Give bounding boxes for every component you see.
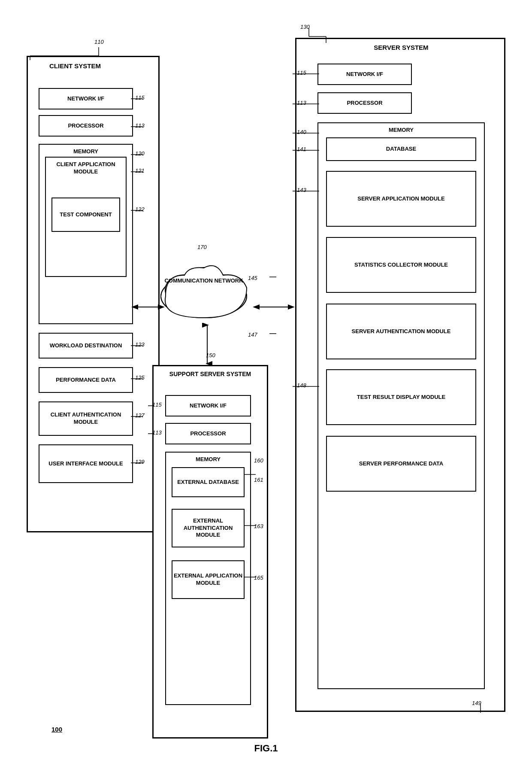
test-result-label: TEST RESULT DISPLAY MODULE: [357, 394, 445, 401]
comm-network-label: COMMUNICATION NETWORK: [161, 277, 247, 285]
stats-collector-box: STATISTICS COLLECTOR MODULE: [326, 237, 476, 293]
server-processor-label: PROCESSOR: [347, 100, 382, 107]
ref-100-label: 100: [51, 726, 62, 733]
arrow-network-support: [201, 323, 214, 366]
ref-110-line: [26, 39, 112, 60]
server-database-label: DATABASE: [386, 146, 416, 153]
ref-line-143: [293, 190, 320, 192]
server-network-if-label: NETWORK I/F: [346, 71, 383, 78]
workload-dest-box: WORKLOAD DESTINATION: [39, 333, 133, 359]
stats-collector-label: STATISTICS COLLECTOR MODULE: [354, 261, 448, 269]
ref-line-120: [131, 154, 144, 155]
ref-line-121: [131, 171, 144, 173]
client-app-module-label: CLIENT APPLICATION MODULE: [46, 161, 126, 176]
ref-line-165: [244, 576, 257, 578]
ref-line-122: [131, 210, 144, 211]
client-processor-box: PROCESSOR: [39, 115, 133, 137]
cloud-shape: [154, 249, 253, 322]
arrow-network-server: [252, 301, 295, 313]
server-database-box: DATABASE: [326, 137, 476, 161]
ext-app-box: EXTERNAL APPLICATION MODULE: [172, 560, 245, 599]
ref-line-115-support: [148, 405, 155, 407]
support-server-label: SUPPORT SERVER SYSTEM: [161, 370, 260, 378]
user-interface-label: USER INTERFACE MODULE: [48, 460, 123, 468]
ref-161: 161: [254, 477, 263, 483]
server-auth-box: SERVER AUTHENTICATION MODULE: [326, 304, 476, 359]
server-app-box: SERVER APPLICATION MODULE: [326, 171, 476, 227]
ref-line-127: [131, 416, 144, 417]
ref-line-161: [244, 474, 257, 475]
workload-dest-label: WORKLOAD DESTINATION: [50, 342, 122, 350]
client-processor-label: PROCESSOR: [68, 122, 103, 130]
client-memory-label: MEMORY: [39, 148, 132, 155]
support-memory-label: MEMORY: [166, 456, 250, 463]
ref-line-113-support: [148, 433, 155, 435]
ext-database-label: EXTERNAL DATABASE: [177, 479, 239, 486]
ref-line-129: [131, 462, 144, 464]
ref-147: 147: [248, 331, 257, 338]
ref-line-115-client: [131, 98, 144, 100]
arrow-client-network: [131, 301, 165, 313]
client-network-if-label: NETWORK I/F: [67, 95, 104, 103]
ref-line-113-server: [293, 103, 320, 105]
ref-line-125: [131, 378, 144, 380]
ref-line-140: [293, 132, 320, 134]
fig-label: FIG.1: [240, 743, 292, 754]
server-app-label: SERVER APPLICATION MODULE: [357, 195, 444, 203]
ref-line-145: [269, 276, 277, 278]
server-system-label: SERVER SYSTEM: [352, 44, 450, 51]
performance-data-box: PERFORMANCE DATA: [39, 367, 133, 393]
support-processor-label: PROCESSOR: [190, 430, 226, 438]
ref-line-141: [293, 149, 320, 151]
ext-auth-label: EXTERNAL AUTHENTICATION MODULE: [172, 517, 244, 539]
ref-170: 170: [197, 244, 207, 250]
ref-line-147: [269, 333, 277, 334]
client-auth-label: CLIENT AUTHENTICATION MODULE: [39, 411, 132, 426]
support-network-if-box: NETWORK I/F: [165, 395, 251, 416]
server-perf-label: SERVER PERFORMANCE DATA: [359, 460, 443, 468]
ref-149-line: [472, 700, 506, 721]
ref-line-148: [293, 386, 320, 387]
ref-160: 160: [254, 457, 263, 464]
test-result-box: TEST RESULT DISPLAY MODULE: [326, 369, 476, 425]
ref-line-123: [131, 345, 144, 347]
server-network-if-box: NETWORK I/F: [317, 64, 412, 85]
ref-line-113-client: [131, 126, 144, 128]
performance-data-label: PERFORMANCE DATA: [56, 377, 116, 384]
ref-150: 150: [206, 352, 215, 359]
ref-145: 145: [248, 275, 257, 281]
ext-app-label: EXTERNAL APPLICATION MODULE: [172, 572, 244, 587]
user-interface-box: USER INTERFACE MODULE: [39, 444, 133, 483]
support-network-if-label: NETWORK I/F: [190, 402, 227, 410]
ref-line-163: [244, 525, 257, 526]
ext-auth-box: EXTERNAL AUTHENTICATION MODULE: [172, 509, 245, 547]
ref-line-115-server: [293, 73, 320, 75]
ref-130-line: [300, 24, 335, 43]
support-processor-box: PROCESSOR: [165, 423, 251, 444]
client-auth-box: CLIENT AUTHENTICATION MODULE: [39, 401, 133, 436]
ext-database-box: EXTERNAL DATABASE: [172, 467, 245, 497]
server-auth-label: SERVER AUTHENTICATION MODULE: [352, 328, 451, 335]
server-perf-box: SERVER PERFORMANCE DATA: [326, 436, 476, 492]
client-system-label: CLIENT SYSTEM: [49, 62, 101, 70]
test-component-label: TEST COMPONENT: [60, 211, 112, 219]
server-memory-label: MEMORY: [318, 127, 484, 134]
test-component-box: TEST COMPONENT: [51, 198, 120, 232]
server-processor-box: PROCESSOR: [317, 92, 412, 114]
diagram: CLIENT SYSTEM 110 NETWORK I/F PROCESSOR …: [0, 0, 532, 769]
client-network-if-box: NETWORK I/F: [39, 88, 133, 109]
